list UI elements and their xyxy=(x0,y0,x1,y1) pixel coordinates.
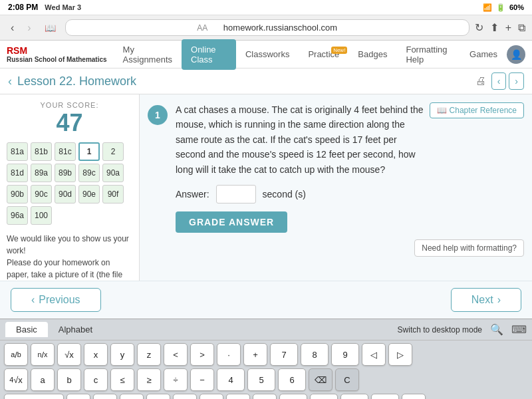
key-n-over-x[interactable]: n/x xyxy=(31,343,55,366)
key-degree[interactable]: ° xyxy=(146,394,170,399)
problem-btn-90a[interactable]: 90a xyxy=(102,164,124,182)
key-9[interactable]: 9 xyxy=(331,343,359,366)
key-fraction[interactable]: a/b xyxy=(4,343,28,366)
refresh-icon[interactable]: ↻ xyxy=(475,21,483,34)
problem-btn-90e[interactable]: 90e xyxy=(78,185,100,203)
answer-input[interactable] xyxy=(216,185,256,203)
key-close-paren[interactable]: ) xyxy=(200,394,223,399)
key-plus[interactable]: + xyxy=(243,343,267,366)
next-button[interactable]: Next › xyxy=(451,288,521,312)
key-sqrt[interactable]: √x xyxy=(57,343,81,366)
problem-btn-2[interactable]: 2 xyxy=(102,142,124,161)
tab-online-class[interactable]: Online Class xyxy=(182,39,236,70)
problem-btn-89c[interactable]: 89c xyxy=(78,164,100,182)
problem-btn-100[interactable]: 100 xyxy=(31,206,52,225)
lesson-next-arrow[interactable]: › xyxy=(509,72,524,90)
url-bar[interactable]: AA homework.russianschool.com xyxy=(65,19,469,36)
key-a[interactable]: a xyxy=(31,368,55,391)
key-b[interactable]: b xyxy=(57,368,81,391)
chapter-ref-label: Chapter Reference xyxy=(450,106,517,115)
tab-games[interactable]: Games xyxy=(460,44,507,65)
user-avatar[interactable]: 👤 xyxy=(507,45,525,64)
previous-button[interactable]: ‹ Previous xyxy=(11,288,101,312)
key-x[interactable]: x xyxy=(84,343,108,366)
next-arrow-icon: › xyxy=(497,294,501,306)
problem-btn-90c[interactable]: 90c xyxy=(31,185,52,203)
rsm-subtitle: Russian School of Mathematics xyxy=(7,56,107,63)
grade-answer-button[interactable]: GRADE ANSWER xyxy=(176,211,287,233)
key-geq[interactable]: ≥ xyxy=(137,368,161,391)
key-y[interactable]: y xyxy=(110,343,134,366)
tab-my-assignments[interactable]: My Assignments xyxy=(114,39,182,70)
share-icon[interactable]: ⬆ xyxy=(490,21,499,34)
key-backspace[interactable]: ⌫ xyxy=(309,368,332,391)
key-no-solutions[interactable]: No Solutions xyxy=(4,394,64,399)
new-tab-icon[interactable]: + xyxy=(505,22,511,34)
key-1[interactable]: 1 xyxy=(279,394,307,399)
key-divide[interactable]: ÷ xyxy=(164,368,188,391)
problem-btn-89b[interactable]: 89b xyxy=(55,164,76,182)
key-slash[interactable]: / xyxy=(93,394,117,399)
tab-formatting-help[interactable]: Formatting Help xyxy=(396,39,460,70)
key-7[interactable]: 7 xyxy=(270,343,298,366)
key-0[interactable]: 0 xyxy=(371,394,399,399)
problem-btn-1[interactable]: 1 xyxy=(78,142,100,161)
print-icon[interactable]: 🖨 xyxy=(475,75,486,87)
formatting-help-button[interactable]: Need help with formatting? xyxy=(414,239,524,257)
problem-btn-81c[interactable]: 81c xyxy=(55,142,76,161)
tab-badges[interactable]: Badges xyxy=(348,44,396,65)
problem-btn-81d[interactable]: 81d xyxy=(7,164,28,182)
key-clear[interactable]: C xyxy=(335,368,359,391)
key-right-arrow[interactable]: ▷ xyxy=(388,343,412,366)
key-5[interactable]: 5 xyxy=(247,368,275,391)
chapter-reference-button[interactable]: 📖 Chapter Reference xyxy=(430,102,524,118)
lesson-prev-arrow[interactable]: ‹ xyxy=(491,72,507,90)
browser-back-button[interactable]: ‹ xyxy=(7,21,18,35)
key-z[interactable]: z xyxy=(137,343,161,366)
tab-classworks[interactable]: Classworks xyxy=(236,44,299,65)
problem-btn-90f[interactable]: 90f xyxy=(102,185,124,203)
key-decimal[interactable]: . xyxy=(402,394,426,399)
key-2[interactable]: 2 xyxy=(310,394,338,399)
key-less-than[interactable]: < xyxy=(164,343,188,366)
problem-btn-81b[interactable]: 81b xyxy=(31,142,52,161)
key-equals[interactable]: = xyxy=(253,394,277,399)
key-greater-than[interactable]: > xyxy=(190,343,214,366)
key-neq[interactable]: ≠ xyxy=(226,394,250,399)
wifi-icon: 📶 xyxy=(483,3,492,12)
key-left-arrow[interactable]: ◁ xyxy=(362,343,386,366)
lesson-title: Lesson 22. Homework xyxy=(17,74,464,88)
key-6[interactable]: 6 xyxy=(278,368,306,391)
key-8[interactable]: 8 xyxy=(301,343,329,366)
key-open-paren[interactable]: ( xyxy=(173,394,197,399)
key-dot[interactable]: · xyxy=(217,343,241,366)
browser-forward-button[interactable]: › xyxy=(23,21,35,35)
problem-btn-90d[interactable]: 90d xyxy=(55,185,76,203)
keyboard-tab-basic[interactable]: Basic xyxy=(5,322,48,337)
key-3[interactable]: 3 xyxy=(340,394,368,399)
keyboard-tab-alphabet[interactable]: Alphabet xyxy=(48,322,103,337)
problem-btn-90b[interactable]: 90b xyxy=(7,185,28,203)
key-pipe[interactable]: | xyxy=(66,394,90,399)
tabs-icon[interactable]: ⧉ xyxy=(518,22,525,34)
question-number: 1 xyxy=(148,105,168,125)
tab-practice[interactable]: Practice New! xyxy=(299,44,348,65)
answer-unit: second (s) xyxy=(263,189,306,200)
reader-mode-button[interactable]: 📖 xyxy=(41,21,60,35)
key-4[interactable]: 4 xyxy=(217,368,245,391)
desktop-switch-label[interactable]: Switch to desktop mode xyxy=(398,325,482,334)
keyboard-search-icon[interactable]: 🔍 xyxy=(490,323,503,336)
key-minus[interactable]: − xyxy=(190,368,214,391)
problem-btn-89a[interactable]: 89a xyxy=(31,164,52,182)
key-c[interactable]: c xyxy=(84,368,108,391)
problem-btn-96a[interactable]: 96a xyxy=(7,206,28,225)
problem-btn-81a[interactable]: 81a xyxy=(7,142,28,161)
score-label: YOUR SCORE: xyxy=(7,101,132,109)
prev-arrow-icon: ‹ xyxy=(31,294,35,306)
key-leq[interactable]: ≤ xyxy=(110,368,134,391)
math-keyboard: Basic Alphabet Switch to desktop mode 🔍 … xyxy=(0,319,532,399)
lesson-back-button[interactable]: ‹ xyxy=(8,74,12,88)
keyboard-hide-icon[interactable]: ⌨ xyxy=(511,323,527,336)
key-comma[interactable]: , xyxy=(120,394,144,399)
key-nth-root[interactable]: 4√x xyxy=(4,368,28,391)
